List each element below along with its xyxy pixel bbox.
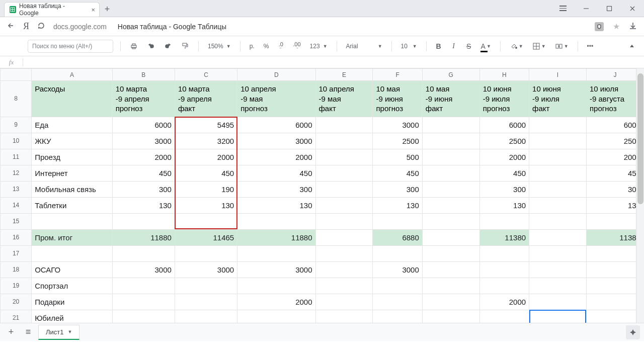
reload-button[interactable] (37, 22, 45, 32)
cell[interactable]: 2000 (112, 149, 175, 165)
currency-button[interactable]: р. (248, 43, 257, 50)
column-header[interactable]: C (175, 69, 237, 81)
font-size-select[interactable]: 10▼ (399, 43, 419, 50)
decrease-decimal-button[interactable]: .0← (276, 40, 286, 53)
cell[interactable] (315, 197, 373, 213)
cell[interactable]: 11880 (237, 229, 315, 245)
cell[interactable]: Спортзал (32, 278, 113, 294)
back-button[interactable] (7, 22, 15, 32)
vertical-scrollbar[interactable] (636, 68, 644, 341)
cell[interactable] (315, 294, 373, 310)
cell[interactable] (422, 278, 479, 294)
cell[interactable] (315, 229, 373, 245)
cell[interactable] (479, 261, 529, 278)
cell[interactable]: 2500 (373, 133, 422, 149)
cell[interactable]: 500 (373, 149, 422, 165)
browser-logo[interactable]: Я (23, 21, 29, 32)
increase-decimal-button[interactable]: .00→ (291, 40, 302, 53)
cell[interactable]: 3000 (373, 261, 422, 278)
cell[interactable] (529, 213, 587, 229)
fill-color-button[interactable]: ▼ (508, 40, 525, 53)
column-header[interactable] (1, 69, 32, 81)
cell[interactable]: 2000 (237, 294, 315, 310)
cell[interactable]: 6000 (112, 117, 175, 133)
cell[interactable]: 300 (373, 181, 422, 197)
browser-tab[interactable]: Новая таблица - Google × (4, 2, 100, 17)
tab-close-icon[interactable]: × (91, 6, 95, 14)
cell[interactable]: 3000 (175, 261, 237, 278)
more-tools-button[interactable]: ••• (585, 43, 596, 50)
cell[interactable] (529, 165, 587, 181)
cell[interactable]: 130 (586, 197, 643, 213)
cell[interactable] (422, 197, 479, 213)
formula-bar[interactable]: fx (0, 56, 644, 68)
row-header[interactable]: 12 (1, 165, 32, 181)
row-header[interactable]: 16 (1, 229, 32, 245)
cell[interactable]: 6000 (479, 117, 529, 133)
cell[interactable]: 450 (237, 165, 315, 181)
cell[interactable] (586, 261, 643, 278)
protect-icon[interactable] (595, 22, 604, 31)
cell[interactable]: 6000 (586, 117, 643, 133)
bookmark-star-icon[interactable]: ★ (613, 22, 620, 31)
cell[interactable]: 2000 (237, 149, 315, 165)
bold-button[interactable]: B (434, 40, 444, 53)
cell[interactable] (315, 278, 373, 294)
cell[interactable]: Подарки (32, 294, 113, 310)
header-cell[interactable]: Расходы (32, 81, 113, 117)
zoom-select[interactable]: 150%▼ (206, 43, 233, 50)
cell[interactable] (315, 117, 373, 133)
cell[interactable]: 3000 (112, 261, 175, 278)
column-header[interactable]: A (32, 69, 113, 81)
row-header[interactable]: 11 (1, 149, 32, 165)
cell[interactable]: 3000 (237, 133, 315, 149)
cell[interactable] (32, 213, 113, 229)
cell[interactable]: 5495 (175, 117, 237, 133)
cell[interactable] (529, 197, 587, 213)
cell[interactable]: Проезд (32, 149, 113, 165)
cell[interactable] (175, 294, 237, 310)
row-header[interactable]: 13 (1, 181, 32, 197)
all-sheets-button[interactable]: ≡ (21, 325, 35, 339)
row-header[interactable]: 15 (1, 213, 32, 229)
header-cell[interactable]: 10 апреля-9 маяпрогноз (237, 81, 315, 117)
cell[interactable] (529, 261, 587, 278)
cell[interactable] (175, 213, 237, 229)
number-format-select[interactable]: 123▼ (308, 43, 330, 50)
cell[interactable] (586, 245, 643, 261)
row-header[interactable]: 10 (1, 133, 32, 149)
window-close-button[interactable] (621, 0, 644, 17)
cell[interactable]: 300 (479, 181, 529, 197)
cell[interactable]: 130 (479, 197, 529, 213)
cell[interactable] (175, 245, 237, 261)
cell[interactable] (529, 294, 587, 310)
cell[interactable] (237, 245, 315, 261)
downloads-icon[interactable] (629, 22, 637, 32)
cell[interactable] (422, 165, 479, 181)
cell[interactable]: 2000 (586, 149, 643, 165)
cell[interactable]: 3000 (237, 261, 315, 278)
cell[interactable]: 300 (112, 181, 175, 197)
cell[interactable] (112, 278, 175, 294)
cell[interactable]: 450 (175, 165, 237, 181)
paint-format-button[interactable] (179, 40, 191, 53)
cell[interactable]: 11880 (112, 229, 175, 245)
text-color-button[interactable]: A▼ (479, 40, 493, 53)
header-cell[interactable]: 10 июля-9 августапрогноз (586, 81, 643, 117)
cell[interactable]: 190 (175, 181, 237, 197)
header-cell[interactable]: 10 мая-9 июняфакт (422, 81, 479, 117)
cell[interactable]: 3000 (112, 133, 175, 149)
cell[interactable]: 6000 (237, 117, 315, 133)
header-cell[interactable]: 10 июня-9 июляпрогноз (479, 81, 529, 117)
header-cell[interactable]: 10 марта-9 апреляфакт (175, 81, 237, 117)
cell[interactable]: 3200 (175, 133, 237, 149)
cell[interactable] (529, 278, 587, 294)
cell[interactable] (32, 245, 113, 261)
cell[interactable] (112, 213, 175, 229)
cell[interactable] (373, 294, 422, 310)
column-header[interactable]: H (479, 69, 529, 81)
undo-button[interactable] (145, 40, 157, 53)
cell[interactable]: 450 (586, 165, 643, 181)
cell[interactable]: Таблетки (32, 197, 113, 213)
header-cell[interactable]: 10 апреля-9 маяфакт (315, 81, 373, 117)
